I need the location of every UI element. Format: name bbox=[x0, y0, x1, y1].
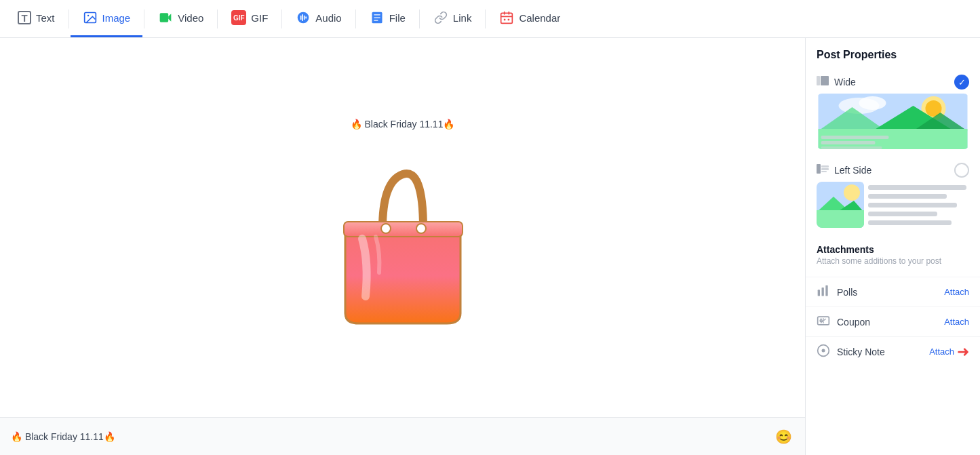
divider-3 bbox=[217, 9, 218, 28]
tab-audio[interactable]: Audio bbox=[283, 0, 353, 37]
left-side-layout-option[interactable]: Left Side bbox=[806, 157, 980, 233]
tab-gif-label: GIF bbox=[251, 12, 268, 24]
svg-rect-2 bbox=[160, 13, 169, 22]
text-icon: T bbox=[18, 11, 31, 24]
tab-image[interactable]: Image bbox=[71, 0, 143, 37]
tab-file-label: File bbox=[389, 12, 406, 24]
gif-icon: GIF bbox=[231, 10, 246, 25]
audio-icon bbox=[296, 10, 311, 25]
svg-rect-6 bbox=[501, 13, 513, 23]
wide-layout-icon bbox=[817, 76, 829, 88]
tab-link-label: Link bbox=[453, 12, 472, 24]
svg-point-11 bbox=[416, 224, 426, 233]
svg-rect-34 bbox=[817, 210, 864, 228]
divider-5 bbox=[355, 9, 356, 28]
polls-icon bbox=[817, 284, 830, 300]
coupon-attach-button[interactable]: Attach bbox=[944, 317, 969, 327]
svg-rect-25 bbox=[821, 146, 882, 149]
post-title: 🔥 Black Friday 11.11🔥 bbox=[351, 119, 455, 130]
coupon-label: Coupon bbox=[837, 317, 870, 328]
divider-6 bbox=[419, 9, 420, 28]
svg-rect-27 bbox=[821, 165, 829, 167]
tab-calendar[interactable]: Calendar bbox=[487, 0, 572, 37]
panel-title: Post Properties bbox=[806, 38, 980, 69]
tab-image-label: Image bbox=[102, 12, 131, 24]
coupon-icon bbox=[817, 314, 830, 330]
svg-rect-12 bbox=[817, 76, 820, 85]
sticky-note-label: Sticky Note bbox=[837, 347, 885, 357]
attachments-title: Attachments bbox=[817, 244, 969, 255]
image-icon bbox=[83, 10, 98, 25]
svg-rect-7 bbox=[504, 19, 506, 21]
video-icon bbox=[158, 10, 173, 25]
sticky-note-attachment-row: Sticky Note Attach ➜ bbox=[806, 336, 980, 366]
tab-bar: T Text Image Video GIF GIF bbox=[0, 0, 980, 38]
svg-rect-37 bbox=[825, 285, 827, 296]
shopping-bag-image bbox=[325, 140, 481, 337]
tab-calendar-label: Calendar bbox=[519, 12, 560, 24]
svg-point-10 bbox=[381, 224, 391, 233]
svg-point-1 bbox=[87, 15, 89, 16]
svg-rect-29 bbox=[821, 171, 827, 172]
bottom-preview-bar: 🔥 Black Friday 11.11🔥 😊 bbox=[0, 417, 805, 455]
divider-1 bbox=[68, 9, 69, 28]
tab-audio-label: Audio bbox=[315, 12, 341, 24]
polls-label: Polls bbox=[837, 287, 857, 298]
svg-rect-36 bbox=[822, 288, 824, 296]
divider-2 bbox=[144, 9, 144, 28]
polls-attachment-row: Polls Attach bbox=[806, 277, 980, 306]
attachments-section: Attachments Attach some additions to you… bbox=[806, 233, 980, 277]
right-panel: Post Properties Wide ✓ bbox=[805, 38, 980, 455]
left-side-layout-icon bbox=[817, 164, 829, 176]
coupon-attachment-row: Coupon Attach bbox=[806, 306, 980, 336]
tab-file[interactable]: File bbox=[357, 0, 418, 37]
svg-rect-28 bbox=[821, 168, 829, 170]
tab-link[interactable]: Link bbox=[421, 0, 484, 37]
main-area: 🔥 Black Friday 11.11🔥 bbox=[0, 38, 980, 455]
svg-marker-3 bbox=[168, 14, 171, 22]
canvas-area: 🔥 Black Friday 11.11🔥 bbox=[0, 38, 805, 455]
divider-7 bbox=[485, 9, 486, 28]
emoji-button[interactable]: 😊 bbox=[772, 426, 794, 448]
svg-rect-8 bbox=[508, 19, 510, 21]
tab-video-label: Video bbox=[178, 12, 203, 24]
svg-rect-9 bbox=[344, 222, 463, 237]
tab-video[interactable]: Video bbox=[146, 0, 216, 37]
left-side-layout-label: Left Side bbox=[834, 165, 871, 176]
canvas-content: 🔥 Black Friday 11.11🔥 bbox=[0, 38, 805, 417]
svg-rect-24 bbox=[821, 141, 876, 144]
svg-point-31 bbox=[844, 184, 860, 201]
bottom-preview-text: 🔥 Black Friday 11.11🔥 bbox=[11, 431, 766, 442]
attachments-subtitle: Attach some additions to your post bbox=[817, 256, 969, 266]
sticky-note-icon bbox=[817, 344, 830, 359]
red-arrow-indicator: ➜ bbox=[957, 344, 969, 359]
svg-point-18 bbox=[859, 96, 886, 110]
link-icon bbox=[433, 10, 448, 25]
wide-layout-option[interactable]: Wide ✓ bbox=[806, 69, 980, 155]
calendar-icon bbox=[499, 10, 514, 25]
wide-selected-check: ✓ bbox=[954, 75, 969, 90]
wide-layout-label: Wide bbox=[834, 77, 856, 87]
sticky-note-attach-button[interactable]: Attach bbox=[929, 347, 954, 357]
svg-rect-35 bbox=[818, 290, 820, 296]
svg-rect-23 bbox=[821, 136, 889, 139]
polls-attach-button[interactable]: Attach bbox=[944, 287, 969, 297]
divider-4 bbox=[281, 9, 282, 28]
wide-preview bbox=[817, 94, 969, 149]
tab-text[interactable]: T Text bbox=[5, 0, 67, 37]
tab-text-label: Text bbox=[36, 12, 55, 24]
tab-gif[interactable]: GIF GIF bbox=[219, 0, 280, 37]
left-side-unselected-check bbox=[954, 163, 969, 178]
left-side-preview bbox=[817, 182, 969, 228]
svg-rect-13 bbox=[821, 76, 829, 85]
svg-rect-26 bbox=[817, 164, 821, 174]
file-icon bbox=[370, 10, 385, 25]
svg-point-41 bbox=[822, 349, 825, 353]
